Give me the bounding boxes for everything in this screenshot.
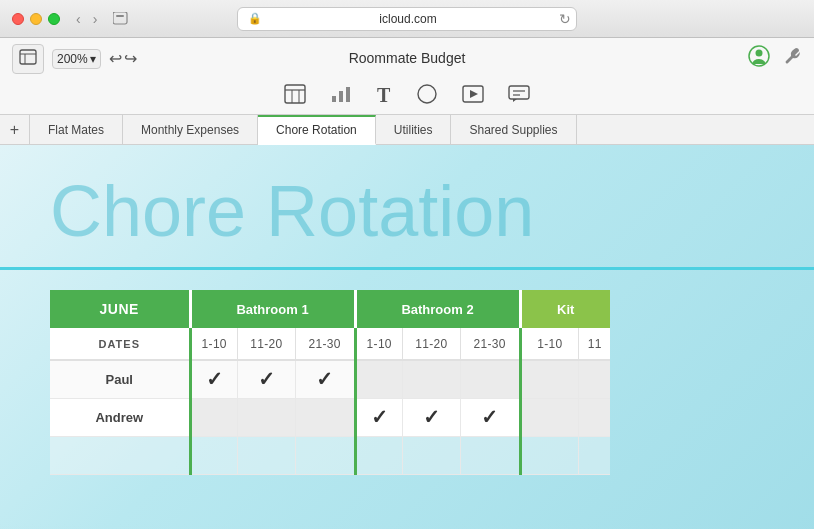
back-button[interactable]: ‹ — [72, 9, 85, 29]
maximize-button[interactable] — [48, 13, 60, 25]
andrew-k-1 — [520, 398, 579, 436]
date-range-1: 1-10 — [190, 328, 237, 360]
dates-label: DATES — [50, 328, 190, 360]
header-june: JUNE — [50, 290, 190, 328]
tab-monthly-expenses[interactable]: Monthly Expenses — [123, 115, 258, 144]
table-icon — [284, 84, 306, 104]
date-range-5: 11-20 — [402, 328, 460, 360]
date-range-3: 21-30 — [295, 328, 355, 360]
paul-b1-3: ✓ — [295, 360, 355, 398]
header-kitchen: Kit — [520, 290, 610, 328]
tab-flat-mates[interactable]: Flat Mates — [30, 115, 123, 144]
date-range-4: 1-10 — [355, 328, 402, 360]
andrew-b1-2 — [237, 398, 295, 436]
lock-icon: 🔒 — [248, 12, 262, 25]
redo-button[interactable]: ↪ — [124, 49, 137, 68]
svg-point-15 — [418, 85, 436, 103]
media-icon — [462, 84, 484, 104]
settings-button[interactable] — [782, 46, 802, 71]
tab-grid-button[interactable] — [109, 8, 133, 30]
paul-k-2 — [579, 360, 610, 398]
paul-b1-1: ✓ — [190, 360, 237, 398]
tab-utilities[interactable]: Utilities — [376, 115, 452, 144]
close-button[interactable] — [12, 13, 24, 25]
refresh-button[interactable]: ↻ — [559, 11, 571, 27]
table-row-andrew: Andrew ✓ ✓ ✓ — [50, 398, 610, 436]
sheet-big-title: Chore Rotation — [0, 145, 814, 267]
chore-table-container: JUNE Bathroom 1 Bathroom 2 Kit DATES 1-1… — [50, 290, 814, 475]
zoom-arrow: ▾ — [90, 52, 96, 66]
paul-k-1 — [520, 360, 579, 398]
main-content: Chore Rotation JUNE Bathroom 1 Bathroom … — [0, 145, 814, 529]
fade-overlay — [0, 524, 814, 529]
zoom-value: 200% — [57, 52, 88, 66]
app-toolbar: 200% ▾ ↩ ↪ Roommate Budget — [0, 38, 814, 80]
paul-b2-3 — [460, 360, 520, 398]
table-row-partial — [50, 436, 610, 474]
browser-nav: ‹ › — [72, 9, 101, 29]
date-range-6: 21-30 — [460, 328, 520, 360]
chart-tool-button[interactable] — [328, 82, 354, 111]
svg-rect-11 — [332, 96, 336, 102]
tab-chore-rotation[interactable]: Chore Rotation — [258, 115, 376, 145]
paul-b1-2: ✓ — [237, 360, 295, 398]
svg-text:T: T — [377, 84, 391, 104]
header-bathroom1: Bathroom 1 — [190, 290, 355, 328]
toolbar-right — [748, 45, 802, 72]
andrew-b2-1: ✓ — [355, 398, 402, 436]
tools-row: T — [0, 79, 814, 115]
date-range-2: 11-20 — [237, 328, 295, 360]
comment-icon — [508, 84, 530, 104]
date-range-8: 11 — [579, 328, 610, 360]
table-tool-button[interactable] — [282, 82, 308, 111]
svg-rect-1 — [116, 15, 124, 17]
account-icon — [748, 45, 770, 67]
svg-marker-17 — [470, 90, 478, 98]
svg-point-6 — [756, 50, 763, 57]
sheet-view-icon — [19, 49, 37, 65]
url-text: icloud.com — [268, 12, 548, 26]
text-tool-button[interactable]: T — [374, 82, 394, 111]
add-sheet-button[interactable]: + — [0, 115, 30, 144]
chart-icon — [330, 84, 352, 104]
paul-name: Paul — [50, 360, 190, 398]
svg-rect-7 — [285, 85, 305, 103]
svg-rect-2 — [20, 50, 36, 64]
svg-rect-0 — [113, 12, 127, 24]
separator-line — [0, 267, 814, 270]
andrew-b1-3 — [295, 398, 355, 436]
app-title: Roommate Budget — [349, 50, 466, 66]
header-bathroom2: Bathroom 2 — [355, 290, 520, 328]
andrew-b2-3: ✓ — [460, 398, 520, 436]
account-button[interactable] — [748, 45, 770, 72]
minimize-button[interactable] — [30, 13, 42, 25]
andrew-b2-2: ✓ — [402, 398, 460, 436]
undo-button[interactable]: ↩ — [109, 49, 122, 68]
zoom-control[interactable]: 200% ▾ — [52, 49, 101, 69]
dates-row: DATES 1-10 11-20 21-30 1-10 11-20 21-30 … — [50, 328, 610, 360]
andrew-k-2 — [579, 398, 610, 436]
paul-b2-1 — [355, 360, 402, 398]
tab-shared-supplies[interactable]: Shared Supplies — [451, 115, 576, 144]
traffic-lights — [12, 13, 60, 25]
sheet-tabs: + Flat Mates Monthly Expenses Chore Rota… — [0, 115, 814, 145]
toolbar-left: 200% ▾ ↩ ↪ — [12, 44, 137, 74]
chore-table: JUNE Bathroom 1 Bathroom 2 Kit DATES 1-1… — [50, 290, 610, 475]
address-bar-container: 🔒 icloud.com ↻ — [237, 7, 577, 31]
svg-rect-12 — [339, 91, 343, 102]
comment-tool-button[interactable] — [506, 82, 532, 111]
svg-rect-18 — [509, 86, 529, 99]
table-row-paul: Paul ✓ ✓ ✓ — [50, 360, 610, 398]
address-bar[interactable]: 🔒 icloud.com ↻ — [237, 7, 577, 31]
wrench-icon — [782, 46, 802, 66]
svg-rect-13 — [346, 87, 350, 102]
sheet-view-button[interactable] — [12, 44, 44, 74]
tab-grid-icon — [113, 12, 129, 26]
andrew-b1-1 — [190, 398, 237, 436]
media-tool-button[interactable] — [460, 82, 486, 111]
forward-button[interactable]: › — [89, 9, 102, 29]
andrew-name: Andrew — [50, 398, 190, 436]
shape-tool-button[interactable] — [414, 81, 440, 112]
undo-redo-group: ↩ ↪ — [109, 49, 137, 68]
date-range-7: 1-10 — [520, 328, 579, 360]
